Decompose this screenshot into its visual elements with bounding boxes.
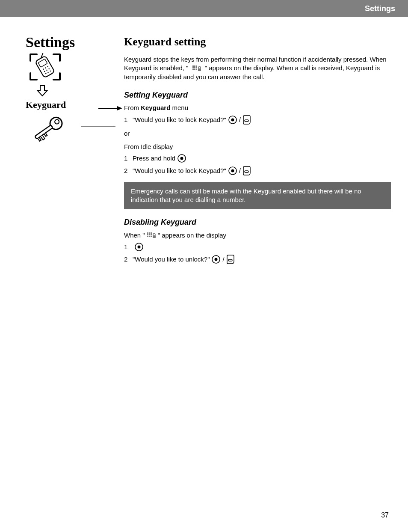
svg-point-50 — [215, 258, 218, 261]
keypad-lock-icon — [147, 232, 156, 239]
svg-rect-19 — [196, 65, 197, 67]
svg-rect-20 — [192, 67, 194, 68]
step-number: 1 — [124, 243, 133, 251]
svg-marker-28 — [117, 106, 122, 110]
down-arrow-icon — [36, 85, 111, 98]
idle-step-1: 1 Press and hold — [124, 154, 391, 163]
header-bar: Settings — [0, 0, 408, 17]
svg-rect-23 — [192, 69, 194, 70]
from-keyguard-line: From Keyguard menu — [124, 104, 391, 112]
svg-rect-26 — [198, 68, 201, 71]
section-heading: Keyguard setting — [124, 34, 391, 49]
disabling-step-1: 1 — [124, 242, 391, 252]
keypad-lock-icon — [192, 65, 201, 72]
svg-rect-22 — [196, 67, 197, 68]
key-illustration — [29, 114, 111, 146]
from-bold: Keyguard — [141, 104, 170, 111]
when-line: When " " appears on the display — [124, 231, 391, 240]
phone-illustration — [29, 53, 63, 83]
header-title: Settings — [365, 4, 395, 13]
pointer-arrow-icon — [98, 105, 122, 113]
svg-point-35 — [231, 169, 234, 172]
center-button-icon — [228, 115, 237, 125]
connector-line — [81, 126, 115, 127]
svg-rect-37 — [147, 232, 148, 234]
svg-rect-21 — [194, 67, 195, 68]
intro-paragraph: Keyguard stops the keys from performing … — [124, 55, 391, 81]
step-text: "Would you like to unlock?" — [133, 255, 210, 264]
svg-rect-42 — [151, 234, 152, 235]
svg-rect-45 — [151, 236, 152, 237]
setting-step-1: 1 "Would you like to lock Keypad?" / — [124, 115, 391, 125]
main-content: Keyguard setting Keyguard stops the keys… — [111, 34, 391, 267]
page-number: 37 — [381, 511, 389, 519]
slash: / — [239, 166, 241, 175]
note-box: Emergency calls can still be made with t… — [124, 182, 391, 210]
or-text: or — [124, 129, 391, 138]
sidebar-title: Settings — [26, 34, 111, 51]
svg-rect-17 — [192, 65, 194, 67]
svg-rect-39 — [151, 232, 152, 234]
slash: / — [222, 255, 224, 264]
center-button-icon — [177, 154, 186, 163]
idle-step-2: 2 "Would you like to lock Keypad?" / — [124, 166, 391, 176]
step-number: 1 — [124, 154, 133, 163]
step-number: 2 — [124, 166, 133, 175]
content-wrap: Settings — [0, 17, 408, 267]
center-button-icon — [228, 166, 237, 175]
softkey-icon — [226, 254, 235, 265]
svg-rect-31 — [245, 120, 248, 122]
sidebar: Settings — [26, 34, 111, 267]
slash: / — [239, 116, 241, 124]
svg-rect-46 — [153, 235, 156, 238]
svg-point-33 — [180, 157, 183, 160]
center-button-icon — [134, 242, 144, 252]
from-idle-line: From Idle display — [124, 143, 391, 151]
disabling-keyguard-heading: Disabling Keyguard — [124, 217, 391, 227]
svg-rect-51 — [228, 259, 232, 261]
svg-rect-36 — [245, 171, 248, 172]
center-button-icon — [211, 255, 221, 264]
setting-keyguard-heading: Setting Keyguard — [124, 90, 391, 100]
step-number: 1 — [124, 116, 133, 124]
svg-rect-43 — [147, 236, 148, 237]
softkey-icon — [242, 166, 251, 176]
svg-rect-25 — [196, 69, 197, 70]
svg-rect-41 — [149, 234, 150, 235]
step-text: "Would you like to lock Keypad?" — [133, 166, 226, 175]
when-before: When " — [124, 231, 145, 240]
step-text: "Would you like to lock Keypad?" — [133, 116, 226, 124]
svg-point-48 — [138, 245, 141, 248]
disabling-step-2: 2 "Would you like to unlock?" / — [124, 254, 391, 265]
from-prefix: From — [124, 104, 141, 111]
step-number: 2 — [124, 255, 133, 264]
svg-point-30 — [231, 119, 234, 122]
softkey-icon — [242, 115, 251, 125]
when-after: " appears on the display — [158, 231, 226, 240]
svg-rect-44 — [149, 236, 150, 237]
svg-rect-18 — [194, 65, 195, 67]
svg-rect-40 — [147, 234, 148, 235]
note-text: Emergency calls can still be made with t… — [131, 187, 361, 203]
step-text: Press and hold — [133, 154, 175, 163]
svg-rect-24 — [194, 69, 195, 70]
from-suffix: menu — [170, 104, 188, 111]
svg-rect-38 — [149, 232, 150, 234]
